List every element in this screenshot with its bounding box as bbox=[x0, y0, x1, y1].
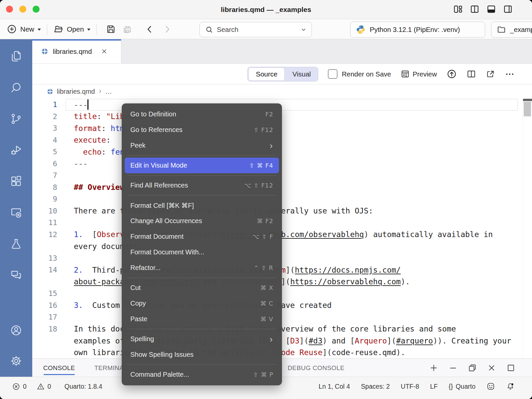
close-tab-icon[interactable] bbox=[101, 48, 108, 55]
line-number[interactable]: 13 bbox=[32, 254, 57, 262]
code-line[interactable]: every document. bbox=[32, 240, 532, 252]
line-number[interactable]: 17 bbox=[32, 313, 57, 321]
menu-item-format-document[interactable]: Format Document⌥ ⇧ F bbox=[125, 229, 279, 244]
cursor-position[interactable]: Ln 1, Col 4 bbox=[319, 383, 350, 390]
code-line[interactable]: 4execute: bbox=[32, 134, 532, 146]
code-line[interactable]: 6--- bbox=[32, 158, 532, 170]
line-number[interactable]: 4 bbox=[32, 136, 57, 144]
open-button[interactable]: Open bbox=[53, 24, 90, 34]
quarto-version[interactable]: Quarto: 1.8.4 bbox=[65, 383, 102, 390]
code-line[interactable]: 7 bbox=[32, 170, 532, 182]
indentation[interactable]: Spaces: 2 bbox=[361, 383, 390, 390]
save-icon[interactable] bbox=[106, 24, 116, 34]
code-line[interactable]: 142. Third-party libraries distributed v… bbox=[32, 264, 532, 276]
code-line[interactable]: own libraries is covered in the article … bbox=[32, 347, 532, 359]
project-button[interactable]: _examples bbox=[491, 22, 532, 38]
line-number[interactable]: 6 bbox=[32, 160, 57, 168]
source-mode-button[interactable]: Source bbox=[248, 67, 285, 81]
menu-item-edit-in-visual-mode[interactable]: Edit in Visual Mode⇧ ⌘ F4 bbox=[125, 158, 279, 173]
tab-libraries-qmd[interactable]: libraries.qmd bbox=[32, 39, 121, 64]
line-number[interactable]: 15 bbox=[32, 289, 57, 298]
code-line[interactable]: 3format: html bbox=[32, 122, 532, 134]
panel-plus-icon[interactable] bbox=[429, 363, 438, 372]
source-control-icon[interactable] bbox=[10, 113, 22, 125]
menu-item-cut[interactable]: Cut⌘ X bbox=[125, 280, 279, 296]
menu-item-refactor[interactable]: Refactor...⌃ ⇧ R bbox=[125, 260, 279, 276]
code-line[interactable]: 15 bbox=[32, 288, 532, 300]
split-editor-icon[interactable] bbox=[466, 69, 476, 79]
line-number[interactable]: 2 bbox=[32, 112, 57, 121]
line-number[interactable]: 16 bbox=[32, 301, 57, 310]
customize-layout-icon[interactable] bbox=[453, 4, 463, 14]
panel-minimize-icon[interactable] bbox=[449, 363, 458, 372]
menu-item-go-to-definition[interactable]: Go to DefinitionF2 bbox=[125, 106, 279, 122]
code-line[interactable]: 13 bbox=[32, 252, 532, 264]
notifications-bell-icon[interactable] bbox=[506, 382, 515, 391]
split-editor-layout-icon[interactable] bbox=[470, 4, 479, 14]
menu-item-go-to-references[interactable]: Go to References⇧ F12 bbox=[125, 122, 279, 138]
testing-icon[interactable] bbox=[10, 238, 22, 250]
line-number[interactable]: 3 bbox=[32, 124, 57, 132]
chat-icon[interactable] bbox=[10, 269, 22, 281]
panel-tab-debug-console[interactable]: DEBUG CONSOLE bbox=[288, 359, 344, 377]
search-icon[interactable] bbox=[10, 81, 22, 94]
save-all-icon[interactable] bbox=[122, 24, 132, 34]
more-actions-icon[interactable] bbox=[505, 69, 515, 79]
line-number[interactable]: 5 bbox=[32, 148, 57, 156]
feedback-smiley-icon[interactable] bbox=[486, 382, 495, 391]
line-number[interactable]: 14 bbox=[32, 266, 57, 274]
code-line[interactable]: 17 bbox=[32, 311, 532, 323]
menu-item-format-cell-k-f[interactable]: Format Cell [⌘K ⌘F] bbox=[125, 198, 279, 213]
toggle-secondary-sidebar-icon[interactable] bbox=[503, 4, 513, 14]
line-number[interactable]: 10 bbox=[32, 207, 57, 215]
account-icon[interactable] bbox=[10, 324, 22, 336]
problems-indicator[interactable]: 0 0 bbox=[12, 382, 51, 391]
menu-item-paste[interactable]: Paste⌘ V bbox=[125, 311, 279, 327]
breadcrumb-ellipsis[interactable]: … bbox=[105, 88, 112, 95]
interpreter-selector[interactable]: Python 3.12.1 (PipEnv: .venv) bbox=[350, 22, 485, 38]
search-input[interactable]: Search bbox=[200, 22, 312, 37]
code-line[interactable]: 1--- bbox=[32, 99, 532, 111]
visual-mode-button[interactable]: Visual bbox=[285, 67, 318, 81]
render-icon[interactable] bbox=[447, 69, 457, 79]
breadcrumb-file[interactable]: libraries.qmd bbox=[57, 88, 95, 95]
panel-tab-console[interactable]: CONSOLE bbox=[43, 359, 75, 377]
menu-item-copy[interactable]: Copy⌘ C bbox=[125, 296, 279, 311]
explorer-icon[interactable] bbox=[10, 50, 22, 63]
chevron-down-icon[interactable] bbox=[300, 26, 307, 33]
scrollbar-thumb[interactable] bbox=[524, 102, 531, 116]
remote-explorer-icon[interactable] bbox=[10, 206, 22, 219]
panel-close-icon[interactable] bbox=[487, 363, 496, 372]
line-number[interactable]: 11 bbox=[32, 218, 57, 227]
code-line[interactable]: 163. Custom libraries you or your collea… bbox=[32, 300, 532, 312]
menu-item-spelling[interactable]: Spelling› bbox=[125, 331, 279, 347]
menu-item-show-spelling-issues[interactable]: Show Spelling Issues bbox=[125, 347, 279, 362]
encoding[interactable]: UTF-8 bbox=[401, 383, 419, 390]
editor-scrollbar[interactable] bbox=[523, 99, 532, 358]
settings-gear-icon[interactable] bbox=[10, 355, 22, 367]
code-line[interactable]: 11 bbox=[32, 217, 532, 229]
panel-restore-icon[interactable] bbox=[468, 363, 477, 372]
code-line[interactable]: 121. [Observable core libraries](https:/… bbox=[32, 229, 532, 241]
run-debug-icon[interactable] bbox=[10, 144, 22, 156]
code-lines[interactable]: 1---2title: "Libraries"3format: html4exe… bbox=[32, 99, 532, 358]
navigate-forward-icon[interactable] bbox=[162, 24, 172, 34]
toggle-panel-icon[interactable] bbox=[486, 4, 496, 14]
line-number[interactable]: 12 bbox=[32, 230, 57, 239]
menu-item-find-all-references[interactable]: Find All References⌥ ⇧ F12 bbox=[125, 178, 279, 193]
menu-item-peek[interactable]: Peek› bbox=[125, 138, 279, 153]
menu-item-change-all-occurrences[interactable]: Change All Occurrences⌘ F2 bbox=[125, 213, 279, 229]
code-line[interactable]: about-packages-and-modules) and [Observa… bbox=[32, 276, 532, 288]
code-line[interactable]: 18In this document we'll provide a high … bbox=[32, 323, 532, 335]
line-number[interactable]: 8 bbox=[32, 183, 57, 192]
code-line[interactable]: 10There are three types of libraries you… bbox=[32, 205, 532, 217]
new-button[interactable]: New bbox=[7, 24, 41, 34]
navigate-back-icon[interactable] bbox=[145, 24, 155, 34]
panel-layout-icon[interactable] bbox=[506, 363, 515, 372]
menu-item-format-document-with[interactable]: Format Document With... bbox=[125, 244, 279, 260]
code-line[interactable]: 2title: "Libraries" bbox=[32, 111, 532, 123]
code-line[interactable]: 5 echo: fenced bbox=[32, 146, 532, 158]
line-number[interactable]: 7 bbox=[32, 171, 57, 180]
open-in-new-window-icon[interactable] bbox=[486, 69, 495, 79]
render-on-save-checkbox[interactable] bbox=[328, 69, 337, 79]
